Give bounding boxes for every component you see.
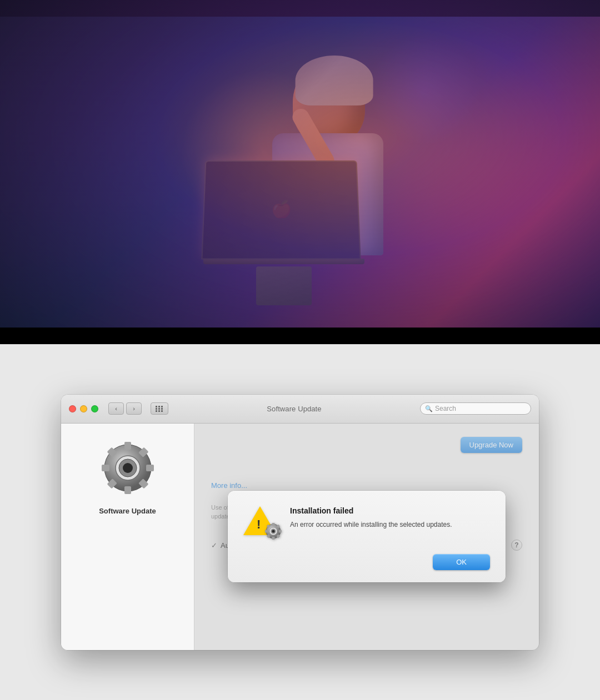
nav-buttons: ‹ ›	[108, 402, 142, 415]
modal-text-area: Installation failed An error occurred wh…	[290, 506, 490, 530]
svg-rect-13	[272, 523, 275, 526]
modal-icon-area	[243, 506, 279, 542]
svg-rect-17	[272, 537, 275, 540]
modal-overlay: Installation failed An error occurred wh…	[194, 424, 539, 650]
title-bar: ‹ › Software Update 🔍 Search	[61, 395, 539, 424]
search-bar[interactable]: 🔍 Search	[420, 402, 531, 415]
svg-rect-1	[124, 442, 131, 450]
main-content: Upgrade Now More info... Use of this sof…	[194, 424, 539, 650]
search-input[interactable]: Search	[435, 405, 526, 412]
gear-svg-icon	[100, 440, 156, 496]
software-update-window: ‹ › Software Update 🔍 Search	[61, 395, 539, 650]
hero-photo: 🍎	[0, 0, 600, 344]
window-content: Software Update Upgrade Now More info...…	[61, 424, 539, 650]
forward-button[interactable]: ›	[126, 402, 142, 415]
minimize-button[interactable]	[80, 405, 87, 412]
modal-content: Installation failed An error occurred wh…	[243, 506, 490, 542]
svg-point-11	[123, 463, 133, 473]
gear-overlay-icon	[264, 522, 282, 544]
svg-rect-5	[124, 486, 131, 494]
close-button[interactable]	[69, 405, 76, 412]
back-button[interactable]: ‹	[108, 402, 124, 415]
svg-rect-3	[146, 465, 154, 471]
video-bar-bottom	[0, 328, 600, 344]
modal-message: An error occurred while installing the s…	[290, 520, 490, 530]
macos-section: ‹ › Software Update 🔍 Search	[0, 344, 600, 700]
modal-buttons: OK	[243, 554, 490, 570]
grid-icon	[156, 406, 163, 412]
photo-overlay	[0, 0, 600, 344]
window-title: Software Update	[174, 405, 414, 413]
software-update-icon	[100, 440, 156, 496]
sidebar-title: Software Update	[99, 507, 156, 515]
svg-rect-19	[265, 530, 268, 533]
svg-rect-7	[102, 465, 109, 471]
modal-title: Installation failed	[290, 506, 490, 515]
fullscreen-button[interactable]	[91, 405, 98, 412]
svg-rect-15	[279, 530, 282, 533]
traffic-lights	[69, 405, 98, 412]
ok-button[interactable]: OK	[433, 554, 490, 570]
installation-failed-dialog: Installation failed An error occurred wh…	[228, 491, 506, 582]
search-icon: 🔍	[425, 405, 433, 412]
sidebar: Software Update	[61, 424, 194, 650]
all-prefs-button[interactable]	[151, 402, 168, 415]
svg-point-23	[272, 530, 275, 533]
